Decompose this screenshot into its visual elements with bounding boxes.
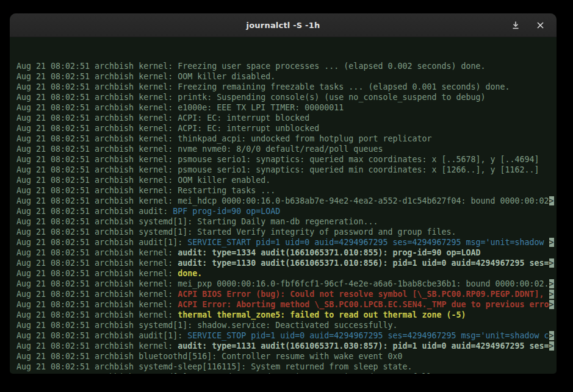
log-segment: Aug 21 08:02:51 archbish audit: [16,207,173,216]
log-segment: SERVICE_STOP pid=1 uid=0 auid=4294967295… [187,331,549,340]
log-segment: Aug 21 08:02:51 archbish kernel: ACPI: E… [16,124,319,133]
log-segment: thermal thermal_zone5: failed to read ou… [178,310,466,319]
log-segment: Aug 21 08:02:51 archbish kernel: [16,310,178,319]
log-line: Aug 21 08:02:51 archbish kernel: psmouse… [16,165,557,175]
log-line: Aug 21 08:02:51 archbish kernel: printk:… [16,92,557,102]
log-segment: Aug 21 08:02:51 archbish audit[1]: [16,238,187,247]
log-segment: > [549,290,554,299]
log-line: Aug 21 08:02:51 archbish kernel: Restart… [16,185,557,196]
terminal-output[interactable]: Aug 21 08:02:51 archbish kernel: Freezin… [10,37,557,374]
window-title: journalctl -S -1h [247,21,320,30]
log-line: Aug 21 08:02:51 archbish kernel: ACPI BI… [16,289,557,299]
log-line: Aug 21 08:02:51 archbish audit: BPF prog… [16,206,557,216]
log-segment: > [549,238,554,247]
log-line: Aug 21 08:02:51 archbish kernel: OOM kil… [16,175,557,185]
log-line: Aug 21 08:02:51 archbish kernel: mei_pxp… [16,279,557,289]
log-line: Aug 21 08:02:51 archbish systemd[1]: sys… [16,372,557,374]
log-segment: Aug 21 08:02:51 archbish kernel: psmouse… [16,155,539,164]
log-line: Aug 21 08:02:51 archbish kernel: audit: … [16,341,557,351]
terminal-window: journalctl -S -1h [10,13,557,374]
log-segment: Aug 21 08:02:51 archbish kernel: psmouse… [16,165,539,174]
log-line: Aug 21 08:02:51 archbish audit[1]: SERVI… [16,330,557,341]
log-segment: Aug 21 08:02:51 archbish kernel: ACPI: E… [16,113,309,123]
log-segment: Aug 21 08:02:51 archbish kernel: [16,269,178,278]
log-segment: > [549,279,554,288]
log-segment: Aug 21 08:02:51 archbish kernel: printk:… [16,93,486,102]
titlebar[interactable]: journalctl -S -1h [10,13,557,37]
log-segment: > [549,341,554,351]
log-segment: audit: type=1131 audit(1661065371.030:85… [178,341,549,351]
log-line: Aug 21 08:02:51 archbish kernel: thermal… [16,310,557,320]
log-segment: Aug 21 08:02:51 archbish kernel: nvme nv… [16,144,383,154]
log-segment: audit: type=1334 audit(1661065371.010:85… [178,248,480,257]
log-segment: Aug 21 08:02:51 archbish kernel: mei_pxp… [16,279,549,288]
log-segment: > [549,300,554,309]
log-segment: SERVICE_START pid=1 uid=0 auid=429496729… [187,238,549,247]
log-segment: Aug 21 08:02:51 archbish kernel: Restart… [16,186,275,195]
log-line: Aug 21 08:02:51 archbish kernel: audit: … [16,258,557,268]
log-line: Aug 21 08:02:51 archbish bluetoothd[516]… [16,351,557,362]
close-icon [537,22,544,29]
log-segment: ACPI BIOS Error (bug): Could not resolve… [178,290,549,299]
log-segment: Aug 21 08:02:51 archbish kernel: [16,248,178,257]
log-segment: Aug 21 08:02:51 archbish bluetoothd[516]… [16,352,402,361]
log-line: Aug 21 08:02:51 archbish kernel: OOM kil… [16,71,557,82]
log-lines: Aug 21 08:02:51 archbish kernel: Freezin… [16,61,557,374]
log-segment: done. [178,269,202,278]
log-segment: audit: type=1130 audit(1661065371.010:85… [178,258,549,268]
log-segment: Aug 21 08:02:51 archbish kernel: [16,341,178,351]
log-line: Aug 21 08:02:51 archbish kernel: ACPI Er… [16,299,557,310]
log-segment: Aug 21 08:02:51 archbish audit[1]: [16,331,187,340]
log-line: Aug 21 08:02:51 archbish audit[1]: SERVI… [16,237,557,248]
log-segment: Aug 21 08:02:51 archbish systemd[1]: sys… [16,372,441,374]
log-segment: Aug 21 08:02:51 archbish systemd-sleep[1… [16,362,412,371]
log-line: Aug 21 08:02:51 archbish kernel: ACPI: E… [16,113,557,123]
log-segment: Aug 21 08:02:51 archbish kernel: OOM kil… [16,72,275,81]
log-segment: Aug 21 08:02:51 archbish kernel: mei_hdc… [16,196,549,205]
log-segment: BPF prog-id=90 op=LOAD [173,207,280,216]
log-segment: > [549,331,554,340]
log-segment: Aug 21 08:02:51 archbish kernel: [16,290,178,299]
log-line: Aug 21 08:02:51 archbish systemd[1]: Sta… [16,216,557,227]
log-segment: > [549,258,554,268]
log-line: Aug 21 08:02:51 archbish kernel: e1000e:… [16,102,557,113]
log-segment: Aug 21 08:02:51 archbish systemd[1]: Sta… [16,217,378,226]
log-segment: ACPI Error: Aborting method \_SB.PC00.LP… [178,300,549,309]
log-segment: Aug 21 08:02:51 archbish kernel: [16,258,178,268]
log-line: Aug 21 08:02:51 archbish systemd-sleep[1… [16,362,557,372]
log-line: Aug 21 08:02:51 archbish kernel: Freezin… [16,61,557,71]
log-line: Aug 21 08:02:51 archbish kernel: thinkpa… [16,134,557,144]
log-line: Aug 21 08:02:51 archbish kernel: audit: … [16,248,557,258]
download-button[interactable] [508,17,524,33]
log-segment: Aug 21 08:02:51 archbish kernel: thinkpa… [16,134,431,143]
log-segment: Aug 21 08:02:51 archbish kernel: OOM kil… [16,176,270,185]
log-segment: > [549,196,554,205]
log-segment: Aug 21 08:02:51 archbish systemd[1]: sha… [16,321,397,330]
log-line: Aug 21 08:02:51 archbish kernel: psmouse… [16,154,557,165]
log-segment: Aug 21 08:02:51 archbish kernel: [16,300,178,309]
log-line: Aug 21 08:02:51 archbish systemd[1]: sha… [16,320,557,330]
log-segment: Aug 21 08:02:51 archbish systemd[1]: Sta… [16,227,456,237]
log-line: Aug 21 08:02:51 archbish kernel: mei_hdc… [16,196,557,206]
log-line: Aug 21 08:02:51 archbish systemd[1]: Sta… [16,227,557,237]
close-button[interactable] [532,17,548,33]
download-icon [512,21,519,29]
log-line: Aug 21 08:02:51 archbish kernel: ACPI: E… [16,123,557,134]
log-segment: Aug 21 08:02:51 archbish kernel: Freezin… [16,62,486,71]
log-line: Aug 21 08:02:51 archbish kernel: Freezin… [16,82,557,92]
titlebar-buttons [508,13,548,37]
log-segment: Aug 21 08:02:51 archbish kernel: Freezin… [16,82,510,91]
log-segment: Aug 21 08:02:51 archbish kernel: e1000e:… [16,103,344,112]
log-line: Aug 21 08:02:51 archbish kernel: done. [16,268,557,279]
log-line: Aug 21 08:02:51 archbish kernel: nvme nv… [16,144,557,154]
